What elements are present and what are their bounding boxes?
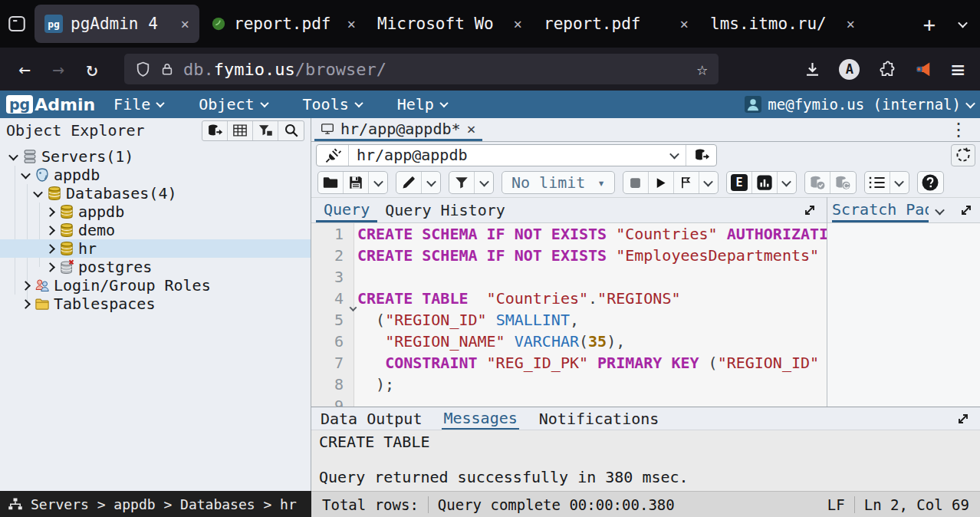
menu-help[interactable]: Help (397, 95, 447, 114)
macros-button[interactable] (865, 172, 890, 193)
dark-reader-extension-icon[interactable]: A (834, 54, 865, 84)
query-tool-tab[interactable]: hr/app@appdb* × (314, 118, 482, 141)
filter-button[interactable] (449, 172, 475, 193)
edit-options-button[interactable] (422, 172, 440, 193)
explain-button[interactable]: E (727, 172, 752, 193)
output-tab-messages[interactable]: Messages (442, 407, 518, 430)
cancel-query-button[interactable] (623, 172, 649, 193)
eol-indicator: LF (827, 496, 845, 513)
reload-button[interactable]: ↻ (77, 54, 107, 84)
filter-options-button[interactable] (475, 172, 493, 193)
execute-options-button[interactable] (699, 172, 718, 193)
chevron-right-icon[interactable] (44, 209, 55, 216)
help-button[interactable] (918, 172, 943, 193)
menu-tools[interactable]: Tools (303, 95, 362, 114)
open-file-button[interactable] (318, 172, 344, 193)
explain-analyze-button[interactable] (752, 172, 778, 193)
chevron-right-icon[interactable] (44, 227, 55, 234)
close-icon[interactable]: × (847, 15, 855, 32)
tree-item-tablespaces[interactable]: Tablespaces (0, 295, 311, 313)
rollback-button[interactable] (830, 172, 856, 193)
menu-file[interactable]: File (113, 95, 163, 114)
tree-item-label: Databases(4) (66, 184, 177, 203)
firefox-view-icon[interactable] (0, 5, 34, 43)
browser-tab-microsoft-wo[interactable]: Microsoft Wo× (367, 5, 532, 43)
downloads-icon[interactable] (797, 54, 828, 84)
tree-item-appdb[interactable]: appdb (0, 203, 311, 221)
chevron-right-icon[interactable] (44, 245, 55, 252)
chevron-down-icon[interactable] (32, 190, 43, 197)
sql-editor[interactable]: 1CREATE SCHEMA IF NOT EXISTS "Countries"… (311, 223, 827, 407)
bookmark-star-icon[interactable]: ☆ (697, 58, 708, 80)
scratch-pad-body[interactable] (827, 223, 980, 407)
tree-item-hr[interactable]: hr (0, 239, 311, 258)
menu-hamburger-icon[interactable]: ≡ (945, 56, 971, 83)
execute-button[interactable] (649, 172, 674, 193)
tree-item-demo[interactable]: demo (0, 221, 311, 239)
view-data-grid-button[interactable] (228, 121, 253, 140)
output-tab-data-output[interactable]: Data Output (319, 407, 423, 430)
play-icon (654, 176, 667, 189)
chevron-right-icon[interactable] (44, 264, 55, 271)
forward-button[interactable]: → (43, 54, 74, 84)
chevron-down-icon[interactable] (8, 153, 18, 160)
extensions-puzzle-icon[interactable] (871, 54, 902, 84)
search-icon[interactable] (278, 121, 304, 140)
browser-tab-lms-itmo-ru[interactable]: lms.itmo.ru/× (700, 5, 865, 43)
chevron-right-icon[interactable] (20, 301, 31, 308)
explain-options-button[interactable] (778, 172, 796, 193)
filtered-rows-button[interactable] (253, 121, 278, 140)
query-toolbar: No limit▾E (311, 168, 980, 197)
tree-item-appdb[interactable]: appdb (0, 166, 311, 184)
url-bar[interactable]: db.fymio.us/browser/ ☆ (124, 54, 719, 84)
chevron-down-icon[interactable] (936, 203, 943, 218)
editor-tab-query-history[interactable]: Query History (377, 198, 513, 222)
close-icon[interactable]: × (347, 15, 356, 32)
expand-icon[interactable] (955, 407, 980, 430)
menu-label: Object (199, 95, 254, 114)
tree-item-databases-4[interactable]: Databases(4) (0, 184, 311, 203)
shield-icon[interactable] (135, 61, 151, 77)
lock-icon[interactable] (160, 61, 174, 77)
commit-button[interactable] (805, 172, 830, 193)
connection-select[interactable]: hr/app@appdb (316, 144, 717, 166)
new-tab-button[interactable]: + (914, 12, 945, 36)
close-icon[interactable]: × (680, 15, 689, 32)
list-all-tabs-button[interactable] (945, 21, 980, 28)
user-menu[interactable]: me@fymio.us (internal) (745, 96, 974, 113)
macro-refresh-button[interactable] (951, 144, 975, 166)
expand-icon[interactable] (802, 198, 827, 222)
chevron-down-icon (704, 176, 714, 186)
edit-button[interactable] (396, 172, 422, 193)
chevron-right-icon[interactable] (20, 282, 31, 289)
close-icon[interactable]: × (467, 120, 476, 138)
pgadmin-favicon: pg (44, 15, 63, 33)
browser-tab-pgadmin-4[interactable]: pgpgAdmin 4× (35, 5, 199, 43)
macros-options-button[interactable] (890, 172, 909, 193)
editor-tab-query[interactable]: Query (316, 198, 377, 222)
tree-item-servers-1[interactable]: Servers(1) (0, 147, 311, 166)
back-button[interactable]: ← (9, 54, 40, 84)
kebab-menu-icon[interactable]: ⋮ (937, 118, 980, 141)
tree-item-login-group-roles[interactable]: Login/Group Roles (0, 276, 311, 295)
chevron-down-icon[interactable] (20, 172, 31, 179)
tree-item-postgres[interactable]: postgres (0, 258, 311, 276)
main-area: Object Explorer (0, 118, 980, 491)
close-icon[interactable]: × (514, 15, 522, 32)
menu-object[interactable]: Object (199, 95, 267, 114)
save-button[interactable] (344, 172, 369, 193)
row-limit-select[interactable]: No limit▾ (502, 172, 614, 193)
adblock-extension-icon[interactable] (908, 54, 939, 84)
chevron-down-icon[interactable] (663, 145, 686, 166)
code-line: 4CREATE TABLE "Countries"."REGIONS" (311, 288, 827, 309)
save-options-button[interactable] (369, 172, 387, 193)
browser-tab-report-pdf[interactable]: report.pdf× (534, 5, 699, 43)
expand-icon[interactable] (959, 203, 974, 218)
scratch-pad-tab[interactable]: Scratch Pad (832, 198, 929, 222)
close-icon[interactable]: × (181, 15, 189, 32)
output-tab-notifications[interactable]: Notifications (538, 407, 661, 430)
execute-to-cursor-button[interactable] (674, 172, 699, 193)
new-connection-button[interactable] (686, 145, 716, 166)
browser-tab-report-pdf[interactable]: report.pdf× (201, 5, 366, 43)
connect-database-button[interactable] (202, 121, 228, 140)
